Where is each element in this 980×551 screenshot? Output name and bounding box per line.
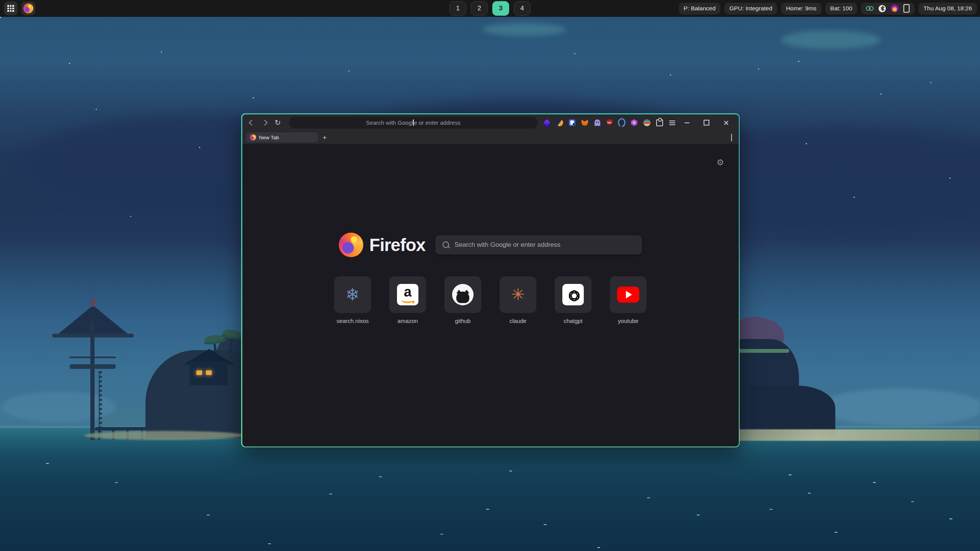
tile-search-nixos[interactable]: ❄ search.nixos: [334, 276, 371, 324]
ping-badge[interactable]: Home: 9ms: [781, 3, 821, 15]
extension-nord-arc-icon[interactable]: [618, 119, 626, 127]
firefox-brand: Firefox: [339, 233, 425, 257]
extension-password-lock-shield-icon[interactable]: [568, 119, 576, 127]
power-profile-badge[interactable]: P: Balanced: [679, 3, 721, 15]
wallpaper-cliff-right: [728, 317, 904, 443]
minimize-button[interactable]: [682, 118, 692, 128]
forward-button[interactable]: [260, 118, 270, 128]
tab-label: New Tab: [259, 135, 279, 140]
maximize-icon: [704, 120, 709, 126]
vpn-glasses-icon[interactable]: [866, 6, 874, 11]
tile-label: claude: [510, 318, 526, 324]
extension-purple-gem-icon[interactable]: [543, 119, 551, 127]
amazon-a-icon: a: [397, 284, 418, 305]
reload-button[interactable]: ↻: [273, 118, 283, 128]
forward-icon: [262, 120, 268, 126]
tile-youtube[interactable]: youtube: [610, 276, 647, 324]
youtube-play-icon: [617, 287, 639, 303]
tile-label: chatgpt: [564, 318, 582, 324]
extension-metamask-fox-icon[interactable]: [581, 119, 589, 127]
desktop: 1 2 3 4 P: Balanced GPU: Integrated Home…: [0, 0, 980, 551]
firefox-icon: [23, 3, 33, 13]
workspace-switcher: 1 2 3 4: [449, 1, 531, 16]
tile-label: youtube: [618, 318, 638, 324]
wallpaper-cloud: [781, 31, 880, 49]
battery-badge[interactable]: Bat: 100: [825, 3, 858, 15]
list-all-tabs-button[interactable]: [731, 134, 732, 141]
extension-ublock-origin-icon[interactable]: UO: [606, 119, 613, 126]
new-tab-page: ⚙ Firefox ❄ search.nixos: [242, 144, 739, 447]
claude-starburst-icon: ✳: [511, 285, 524, 304]
firefox-logo: [339, 233, 363, 257]
firefox-window: ↻ Search with Google or enter address UO…: [241, 113, 740, 447]
close-icon: [724, 120, 729, 126]
maximize-button[interactable]: [702, 118, 712, 128]
new-tab-button[interactable]: +: [323, 134, 327, 141]
tab-bar: New Tab +: [242, 131, 739, 144]
shortcut-tiles: ❄ search.nixos a amazon github ✳ c: [242, 276, 739, 324]
minimize-icon: [684, 122, 689, 123]
newtab-search-box[interactable]: [435, 235, 642, 254]
urlbar-placeholder: Search with Googl: [366, 119, 413, 126]
status-bar: 1 2 3 4 P: Balanced GPU: Integrated Home…: [0, 0, 980, 17]
workspace-1[interactable]: 1: [449, 1, 466, 16]
wallpaper-island-left: [50, 298, 256, 448]
extensions-puzzle-icon[interactable]: [656, 119, 663, 127]
tile-github[interactable]: github: [444, 276, 481, 324]
workspace-3-active[interactable]: 3: [492, 1, 509, 16]
extension-navy-orange-orbit-icon[interactable]: [556, 119, 564, 127]
wallpaper-beach-right: [728, 429, 980, 441]
wallpaper-stars: [0, 17, 1, 18]
workspace-2[interactable]: 2: [471, 1, 488, 16]
reload-icon: ↻: [275, 119, 281, 126]
github-octocat-icon: [452, 284, 474, 305]
menu-button[interactable]: [668, 119, 676, 127]
close-button[interactable]: [721, 118, 731, 128]
back-icon: [249, 120, 255, 126]
extension-toolbar: UO ✻: [543, 119, 676, 127]
tile-amazon[interactable]: a amazon: [389, 276, 426, 324]
urlbar-placeholder: e or enter address: [414, 119, 461, 126]
navigation-toolbar: ↻ Search with Google or enter address UO…: [242, 114, 739, 131]
extension-agent-face-icon[interactable]: [643, 119, 651, 127]
personalize-gear-icon[interactable]: ⚙: [717, 158, 724, 168]
clock[interactable]: Thu Aug 08, 18:26: [918, 3, 977, 15]
firefox-favicon: [250, 134, 256, 140]
wallpaper-cloud: [482, 23, 567, 36]
url-bar[interactable]: Search with Google or enter address: [289, 117, 538, 129]
gpu-badge[interactable]: GPU: Integrated: [724, 3, 777, 15]
workspace-4[interactable]: 4: [514, 1, 531, 16]
search-icon: [443, 241, 449, 248]
newtab-search-input[interactable]: [454, 241, 642, 249]
hamburger-icon: [669, 121, 675, 125]
firefox-taskbar-button[interactable]: [21, 2, 35, 15]
tile-claude[interactable]: ✳ claude: [500, 276, 536, 324]
system-tray[interactable]: [861, 3, 915, 15]
launcher-button[interactable]: [4, 2, 18, 15]
tile-chatgpt[interactable]: chatgpt: [555, 276, 591, 324]
phone-icon[interactable]: [903, 4, 910, 13]
firefox-wordmark: Firefox: [369, 235, 425, 255]
app-grid-icon: [7, 5, 14, 12]
tile-label: amazon: [397, 318, 418, 324]
window-controls: [682, 118, 734, 128]
back-button[interactable]: [247, 118, 257, 128]
extension-ghostery-ghost-icon[interactable]: [594, 119, 601, 127]
openai-knot-icon: [562, 284, 584, 305]
bluetooth-icon[interactable]: [879, 5, 886, 12]
chevron-down-icon: [731, 134, 732, 141]
tile-label: github: [455, 318, 471, 324]
extension-purple-hex-icon[interactable]: ✻: [630, 119, 638, 127]
tab-new-tab[interactable]: New Tab: [246, 132, 318, 142]
tile-label: search.nixos: [336, 318, 369, 324]
flame-badge-icon[interactable]: [891, 5, 898, 12]
nixos-snowflake-icon: ❄: [346, 285, 360, 304]
